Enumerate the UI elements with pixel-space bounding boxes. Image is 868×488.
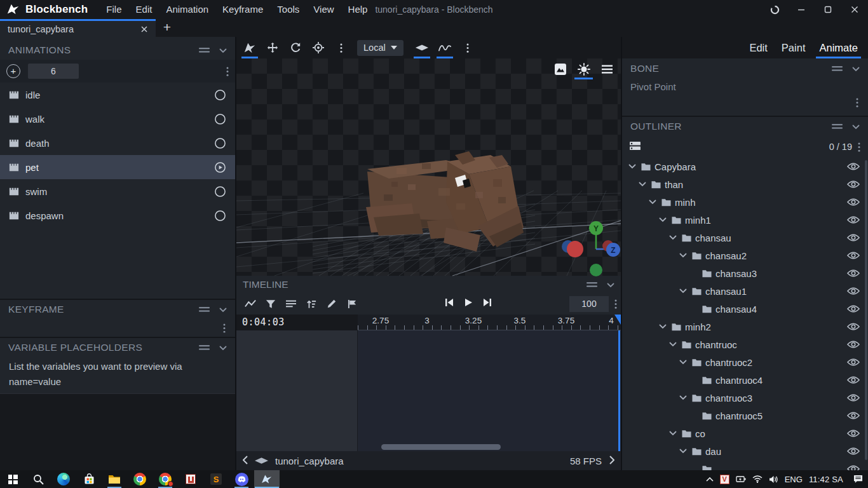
menu-view[interactable]: View bbox=[306, 0, 341, 19]
animation-row-swim[interactable]: swim bbox=[0, 179, 235, 203]
play-icon[interactable] bbox=[464, 298, 473, 309]
outliner-node-clipped[interactable] bbox=[622, 460, 868, 470]
outliner-node-co[interactable]: co bbox=[622, 424, 868, 442]
mode-tab-paint[interactable]: Paint bbox=[775, 37, 812, 58]
tray-clock[interactable]: 11:42 SA bbox=[809, 475, 843, 484]
taskbar-app-chrome-profile[interactable] bbox=[153, 470, 178, 488]
chevron-down-icon[interactable] bbox=[659, 217, 668, 222]
visibility-eye-icon[interactable] bbox=[847, 464, 860, 470]
play-toggle-icon[interactable] bbox=[214, 210, 226, 222]
visibility-eye-icon[interactable] bbox=[847, 180, 860, 189]
lighting-sun-icon[interactable] bbox=[573, 60, 594, 78]
outliner-node-chansau1[interactable]: chansau1 bbox=[622, 282, 868, 300]
bone-menu-icon[interactable] bbox=[622, 95, 868, 109]
animation-row-death[interactable]: death bbox=[0, 131, 235, 155]
taskbar-app-store[interactable] bbox=[76, 470, 102, 488]
taskbar-app-blockbench[interactable] bbox=[254, 470, 280, 488]
visibility-eye-icon[interactable] bbox=[847, 162, 860, 171]
visibility-eye-icon[interactable] bbox=[847, 376, 860, 384]
outliner-node-chantruoc4[interactable]: chantruoc4 bbox=[622, 371, 868, 389]
taskbar-app-start[interactable] bbox=[0, 470, 25, 488]
wifi-icon[interactable] bbox=[752, 475, 763, 483]
chevron-down-icon[interactable] bbox=[679, 360, 688, 365]
chevron-down-icon[interactable] bbox=[659, 324, 668, 329]
timeline-ruler[interactable]: 0:04:03 2.7533.253.53.754 bbox=[236, 315, 621, 330]
outliner-node-chantruoc3[interactable]: chantruoc3 bbox=[622, 389, 868, 407]
maximize-button[interactable] bbox=[815, 0, 841, 19]
drag-handle-icon[interactable] bbox=[832, 121, 843, 132]
drag-handle-icon[interactable] bbox=[199, 342, 210, 353]
visibility-eye-icon[interactable] bbox=[847, 233, 860, 242]
visibility-eye-icon[interactable] bbox=[847, 358, 860, 367]
move-tool-icon[interactable] bbox=[262, 37, 283, 58]
visibility-eye-icon[interactable] bbox=[847, 304, 860, 313]
chevron-down-icon[interactable] bbox=[669, 342, 678, 347]
play-toggle-icon[interactable] bbox=[214, 137, 226, 149]
visibility-eye-icon[interactable] bbox=[847, 251, 860, 260]
mode-tab-animate[interactable]: Animate bbox=[813, 37, 864, 58]
outliner-node-chansau[interactable]: chansau bbox=[622, 229, 868, 247]
timeline-menu-icon[interactable] bbox=[614, 299, 617, 309]
visibility-eye-icon[interactable] bbox=[847, 340, 860, 349]
drag-handle-icon[interactable] bbox=[199, 304, 210, 315]
collapse-panel-icon[interactable] bbox=[219, 342, 227, 353]
menu-help[interactable]: Help bbox=[341, 0, 375, 19]
play-toggle-icon[interactable] bbox=[214, 113, 226, 125]
battery-icon[interactable] bbox=[736, 475, 746, 483]
viewport-menu-icon[interactable] bbox=[597, 60, 618, 78]
volume-icon[interactable] bbox=[769, 475, 778, 484]
outliner-view-toggle-icon[interactable] bbox=[630, 141, 641, 153]
outliner-node-minh[interactable]: minh bbox=[622, 193, 868, 211]
collapse-panel-icon[interactable] bbox=[219, 304, 227, 315]
taskbar-app-explorer[interactable] bbox=[102, 470, 127, 488]
ground-plane-toggle-icon[interactable] bbox=[411, 37, 433, 58]
outliner-scrollbar[interactable] bbox=[865, 160, 867, 460]
outliner-node-chantruoc[interactable]: chantruoc bbox=[622, 336, 868, 353]
collapse-panel-icon[interactable] bbox=[219, 44, 227, 56]
play-toggle-icon[interactable] bbox=[214, 89, 226, 101]
taskbar-app-search[interactable] bbox=[25, 470, 51, 488]
reload-icon[interactable] bbox=[761, 0, 788, 19]
outliner-menu-icon[interactable] bbox=[858, 142, 860, 152]
flag-marker-icon[interactable] bbox=[342, 294, 362, 313]
chevron-right-icon[interactable] bbox=[609, 456, 614, 466]
play-toggle-icon[interactable] bbox=[214, 186, 226, 198]
variable-placeholders-input[interactable] bbox=[0, 393, 235, 470]
unikey-tray-icon[interactable]: V bbox=[720, 475, 729, 484]
chevron-down-icon[interactable] bbox=[679, 288, 688, 294]
playhead-line[interactable] bbox=[618, 330, 620, 451]
input-language[interactable]: ENG bbox=[785, 475, 803, 484]
chevron-down-icon[interactable] bbox=[669, 235, 678, 240]
chevron-down-icon[interactable] bbox=[639, 182, 648, 187]
transform-space-dropdown[interactable]: Local bbox=[357, 40, 403, 56]
outliner-node-minh2[interactable]: minh2 bbox=[622, 318, 868, 336]
minimize-button[interactable] bbox=[788, 0, 815, 19]
outliner-node-minh1[interactable]: minh1 bbox=[622, 211, 868, 229]
timeline-horizontal-scrollbar[interactable] bbox=[381, 444, 501, 450]
action-center-icon[interactable] bbox=[853, 475, 863, 484]
close-button[interactable] bbox=[841, 0, 868, 19]
menu-tools[interactable]: Tools bbox=[270, 0, 306, 19]
chevron-down-icon[interactable] bbox=[669, 431, 678, 436]
outliner-node-chansau3[interactable]: chansau3 bbox=[622, 264, 868, 282]
menu-animation[interactable]: Animation bbox=[159, 0, 215, 19]
tab-close-icon[interactable] bbox=[140, 25, 148, 33]
chevron-down-icon[interactable] bbox=[679, 449, 688, 454]
outliner-node-chansau2[interactable]: chansau2 bbox=[622, 247, 868, 264]
pencil-icon[interactable] bbox=[322, 294, 342, 313]
menu-file[interactable]: File bbox=[99, 0, 128, 19]
taskbar-app-sublime[interactable]: S bbox=[203, 470, 229, 488]
chevron-down-icon[interactable] bbox=[628, 164, 637, 169]
word-wrap-icon[interactable] bbox=[281, 294, 301, 313]
outliner-node-dau[interactable]: dau bbox=[622, 442, 868, 460]
drag-handle-icon[interactable] bbox=[199, 44, 210, 56]
background-image-icon[interactable] bbox=[550, 60, 571, 78]
drag-handle-icon[interactable] bbox=[832, 63, 843, 74]
outliner-node-than[interactable]: than bbox=[622, 175, 868, 193]
visibility-eye-icon[interactable] bbox=[847, 429, 860, 438]
animation-row-despawn[interactable]: despawn bbox=[0, 203, 235, 227]
visibility-eye-icon[interactable] bbox=[847, 447, 860, 456]
chevron-down-icon[interactable] bbox=[679, 253, 688, 258]
rotate-tool-icon[interactable] bbox=[285, 37, 306, 58]
taskbar-app-chrome[interactable] bbox=[127, 470, 153, 488]
